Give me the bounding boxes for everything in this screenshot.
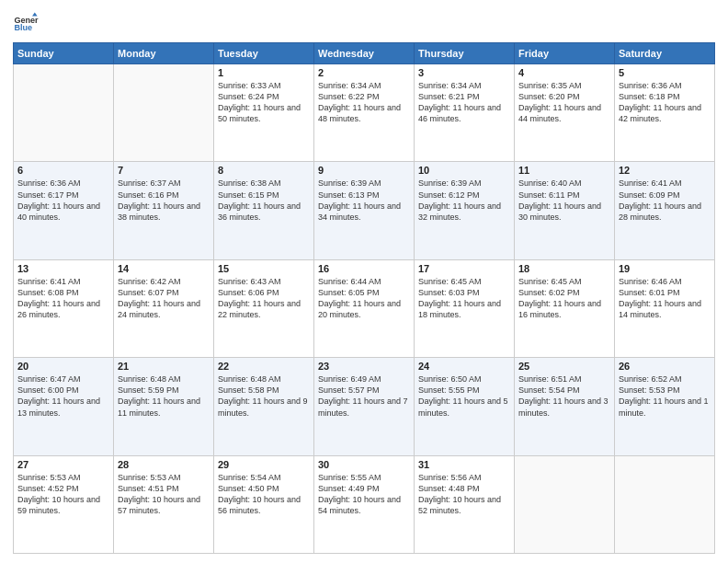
day-number: 11 [518, 165, 610, 176]
day-info: Sunrise: 6:41 AM Sunset: 6:09 PM Dayligh… [619, 178, 711, 223]
day-info: Sunrise: 6:36 AM Sunset: 6:18 PM Dayligh… [619, 80, 711, 125]
day-info: Sunrise: 6:36 AM Sunset: 6:17 PM Dayligh… [17, 178, 109, 223]
weekday-header-saturday: Saturday [615, 43, 715, 64]
day-number: 22 [218, 361, 310, 372]
day-number: 17 [418, 263, 510, 274]
calendar-cell: 8Sunrise: 6:38 AM Sunset: 6:15 PM Daylig… [214, 162, 314, 259]
day-info: Sunrise: 5:54 AM Sunset: 4:50 PM Dayligh… [218, 472, 310, 517]
day-info: Sunrise: 6:51 AM Sunset: 5:54 PM Dayligh… [518, 373, 610, 419]
calendar-cell [615, 455, 715, 553]
weekday-header-sunday: Sunday [14, 43, 114, 64]
day-number: 18 [518, 263, 610, 274]
day-number: 24 [418, 361, 510, 372]
calendar-cell: 26Sunrise: 6:52 AM Sunset: 5:53 PM Dayli… [615, 358, 715, 455]
day-number: 13 [17, 263, 109, 274]
day-number: 25 [518, 361, 610, 372]
logo-icon: General Blue [13, 11, 39, 37]
calendar-cell: 13Sunrise: 6:41 AM Sunset: 6:08 PM Dayli… [14, 259, 114, 357]
calendar-row: 20Sunrise: 6:47 AM Sunset: 6:00 PM Dayli… [14, 358, 715, 455]
day-info: Sunrise: 6:41 AM Sunset: 6:08 PM Dayligh… [17, 276, 109, 321]
day-info: Sunrise: 6:39 AM Sunset: 6:13 PM Dayligh… [318, 178, 410, 223]
calendar-cell: 24Sunrise: 6:50 AM Sunset: 5:55 PM Dayli… [415, 358, 515, 455]
day-info: Sunrise: 5:53 AM Sunset: 4:51 PM Dayligh… [118, 472, 210, 517]
weekday-header-monday: Monday [114, 43, 214, 64]
header: General Blue [13, 9, 715, 37]
day-number: 23 [318, 361, 410, 372]
calendar-cell: 16Sunrise: 6:44 AM Sunset: 6:05 PM Dayli… [314, 259, 415, 357]
calendar-cell: 14Sunrise: 6:42 AM Sunset: 6:07 PM Dayli… [114, 259, 214, 357]
day-number: 19 [619, 263, 711, 274]
svg-text:Blue: Blue [14, 23, 32, 32]
day-number: 30 [318, 459, 410, 470]
day-info: Sunrise: 6:33 AM Sunset: 6:24 PM Dayligh… [218, 80, 310, 125]
day-number: 7 [118, 165, 210, 176]
calendar-cell: 4Sunrise: 6:35 AM Sunset: 6:20 PM Daylig… [515, 64, 615, 162]
calendar-cell [14, 64, 114, 162]
day-number: 29 [218, 459, 310, 470]
calendar-cell: 31Sunrise: 5:56 AM Sunset: 4:48 PM Dayli… [415, 455, 515, 553]
calendar-cell: 18Sunrise: 6:45 AM Sunset: 6:02 PM Dayli… [515, 259, 615, 357]
day-info: Sunrise: 6:37 AM Sunset: 6:16 PM Dayligh… [118, 178, 210, 223]
weekday-header-tuesday: Tuesday [214, 43, 314, 64]
day-info: Sunrise: 6:45 AM Sunset: 6:02 PM Dayligh… [518, 276, 610, 321]
weekday-header-row: SundayMondayTuesdayWednesdayThursdayFrid… [14, 43, 715, 64]
day-number: 28 [118, 459, 210, 470]
calendar-cell: 21Sunrise: 6:48 AM Sunset: 5:59 PM Dayli… [114, 358, 214, 455]
calendar-row: 27Sunrise: 5:53 AM Sunset: 4:52 PM Dayli… [14, 455, 715, 553]
calendar-cell: 19Sunrise: 6:46 AM Sunset: 6:01 PM Dayli… [615, 259, 715, 357]
day-number: 10 [418, 165, 510, 176]
calendar-table: SundayMondayTuesdayWednesdayThursdayFrid… [13, 42, 715, 554]
day-info: Sunrise: 5:55 AM Sunset: 4:49 PM Dayligh… [318, 472, 410, 517]
calendar-cell: 20Sunrise: 6:47 AM Sunset: 6:00 PM Dayli… [14, 358, 114, 455]
calendar-cell: 5Sunrise: 6:36 AM Sunset: 6:18 PM Daylig… [615, 64, 715, 162]
day-number: 1 [218, 67, 310, 78]
calendar-cell: 23Sunrise: 6:49 AM Sunset: 5:57 PM Dayli… [314, 358, 415, 455]
calendar-cell: 6Sunrise: 6:36 AM Sunset: 6:17 PM Daylig… [14, 162, 114, 259]
day-number: 20 [17, 361, 109, 372]
calendar-cell: 12Sunrise: 6:41 AM Sunset: 6:09 PM Dayli… [615, 162, 715, 259]
day-info: Sunrise: 6:45 AM Sunset: 6:03 PM Dayligh… [418, 276, 510, 321]
calendar-cell: 22Sunrise: 6:48 AM Sunset: 5:58 PM Dayli… [214, 358, 314, 455]
calendar-cell: 1Sunrise: 6:33 AM Sunset: 6:24 PM Daylig… [214, 64, 314, 162]
day-number: 9 [318, 165, 410, 176]
day-number: 3 [418, 67, 510, 78]
day-number: 14 [118, 263, 210, 274]
day-info: Sunrise: 6:42 AM Sunset: 6:07 PM Dayligh… [118, 276, 210, 321]
day-info: Sunrise: 6:40 AM Sunset: 6:11 PM Dayligh… [518, 178, 610, 223]
calendar-cell: 15Sunrise: 6:43 AM Sunset: 6:06 PM Dayli… [214, 259, 314, 357]
calendar-cell: 28Sunrise: 5:53 AM Sunset: 4:51 PM Dayli… [114, 455, 214, 553]
calendar-cell: 17Sunrise: 6:45 AM Sunset: 6:03 PM Dayli… [415, 259, 515, 357]
day-info: Sunrise: 6:34 AM Sunset: 6:21 PM Dayligh… [418, 80, 510, 125]
day-info: Sunrise: 6:46 AM Sunset: 6:01 PM Dayligh… [619, 276, 711, 321]
calendar-cell: 30Sunrise: 5:55 AM Sunset: 4:49 PM Dayli… [314, 455, 415, 553]
calendar-cell: 7Sunrise: 6:37 AM Sunset: 6:16 PM Daylig… [114, 162, 214, 259]
day-info: Sunrise: 6:44 AM Sunset: 6:05 PM Dayligh… [318, 276, 410, 321]
day-info: Sunrise: 6:50 AM Sunset: 5:55 PM Dayligh… [418, 373, 510, 419]
svg-marker-2 [32, 12, 38, 16]
calendar-cell: 27Sunrise: 5:53 AM Sunset: 4:52 PM Dayli… [14, 455, 114, 553]
day-number: 31 [418, 459, 510, 470]
day-info: Sunrise: 6:43 AM Sunset: 6:06 PM Dayligh… [218, 276, 310, 321]
calendar-row: 13Sunrise: 6:41 AM Sunset: 6:08 PM Dayli… [14, 259, 715, 357]
weekday-header-friday: Friday [515, 43, 615, 64]
day-info: Sunrise: 6:35 AM Sunset: 6:20 PM Dayligh… [518, 80, 610, 125]
day-number: 21 [118, 361, 210, 372]
weekday-header-thursday: Thursday [415, 43, 515, 64]
day-info: Sunrise: 6:49 AM Sunset: 5:57 PM Dayligh… [318, 373, 410, 419]
day-info: Sunrise: 6:34 AM Sunset: 6:22 PM Dayligh… [318, 80, 410, 125]
day-number: 8 [218, 165, 310, 176]
day-number: 12 [619, 165, 711, 176]
weekday-header-wednesday: Wednesday [314, 43, 415, 64]
day-number: 27 [17, 459, 109, 470]
calendar-row: 6Sunrise: 6:36 AM Sunset: 6:17 PM Daylig… [14, 162, 715, 259]
calendar-cell: 2Sunrise: 6:34 AM Sunset: 6:22 PM Daylig… [314, 64, 415, 162]
day-number: 15 [218, 263, 310, 274]
day-number: 16 [318, 263, 410, 274]
calendar-cell: 3Sunrise: 6:34 AM Sunset: 6:21 PM Daylig… [415, 64, 515, 162]
logo: General Blue [13, 9, 39, 37]
day-info: Sunrise: 6:39 AM Sunset: 6:12 PM Dayligh… [418, 178, 510, 223]
day-info: Sunrise: 6:48 AM Sunset: 5:58 PM Dayligh… [218, 373, 310, 419]
calendar-cell: 10Sunrise: 6:39 AM Sunset: 6:12 PM Dayli… [415, 162, 515, 259]
calendar-cell: 9Sunrise: 6:39 AM Sunset: 6:13 PM Daylig… [314, 162, 415, 259]
calendar-cell: 25Sunrise: 6:51 AM Sunset: 5:54 PM Dayli… [515, 358, 615, 455]
